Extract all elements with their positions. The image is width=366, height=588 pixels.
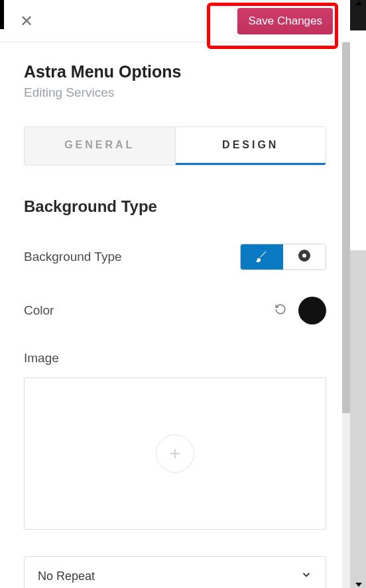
section-heading-background-type: Background Type	[24, 197, 326, 216]
tab-bar: GENERAL DESIGN	[24, 126, 326, 166]
panel-subtitle: Editing Services	[24, 85, 326, 100]
reset-icon[interactable]	[274, 303, 286, 318]
image-upload-area[interactable]: +	[24, 377, 326, 530]
scroll-arrow-down-icon[interactable]	[355, 583, 362, 587]
color-swatch[interactable]	[298, 297, 326, 324]
background-type-row: Background Type	[24, 244, 326, 270]
background-type-color-option[interactable]	[241, 244, 283, 270]
close-icon[interactable]: ✕	[20, 13, 33, 29]
svg-point-1	[302, 254, 306, 258]
color-row: Color	[24, 297, 326, 324]
background-type-toggle	[240, 244, 326, 270]
scroll-arrow-up-icon[interactable]	[355, 1, 362, 5]
color-label: Color	[24, 303, 54, 318]
tab-general[interactable]: GENERAL	[25, 127, 176, 165]
repeat-select-value: No Repeat	[38, 569, 95, 583]
panel-scrollbar-thumb[interactable]	[342, 42, 350, 413]
add-image-icon: +	[156, 434, 194, 473]
brush-icon	[255, 248, 269, 266]
chevron-down-icon	[300, 569, 312, 583]
globe-icon	[296, 248, 312, 266]
tab-design[interactable]: DESIGN	[176, 127, 326, 165]
background-type-label: Background Type	[24, 250, 122, 264]
image-label: Image	[24, 351, 326, 366]
image-section: Image +	[24, 351, 326, 530]
panel-header: ✕ Save Changes	[0, 0, 350, 42]
save-button[interactable]: Save Changes	[237, 8, 333, 34]
panel-title: Astra Menu Options	[24, 62, 326, 81]
outer-gutter-gray	[350, 250, 366, 588]
background-type-global-option[interactable]	[283, 244, 326, 270]
repeat-select[interactable]: No Repeat	[24, 556, 326, 588]
left-edge-accent	[0, 0, 4, 29]
options-panel: ✕ Save Changes Astra Menu Options Editin…	[0, 0, 350, 588]
